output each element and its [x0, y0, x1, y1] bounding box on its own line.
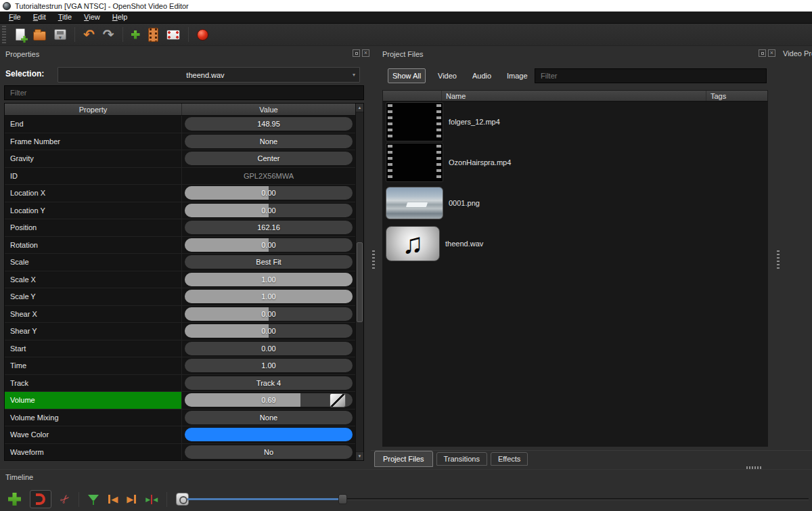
file-row-theend-wav[interactable]: ♫theend.wav — [382, 223, 768, 264]
property-row-time[interactable]: Time 1.00 — [5, 357, 363, 375]
menu-edit[interactable]: Edit — [27, 12, 52, 23]
column-header-tags[interactable]: Tags — [706, 91, 767, 101]
property-row-id[interactable]: ID GPL2X56MWA — [5, 168, 363, 185]
property-value-pill[interactable]: No — [185, 445, 353, 459]
tab-transitions[interactable]: Transitions — [436, 452, 487, 466]
property-row-frame-number[interactable]: Frame Number None — [5, 133, 363, 151]
filter-image-button[interactable]: Image — [503, 68, 532, 83]
properties-table-header[interactable]: Property Value — [5, 104, 363, 116]
property-value-cell[interactable]: 0.00 — [182, 237, 355, 254]
menu-view[interactable]: View — [78, 12, 106, 23]
undo-button[interactable]: ↶ — [83, 28, 95, 41]
property-value-cell[interactable]: 0.00 — [182, 202, 355, 219]
property-value-cell[interactable]: 0.69 — [182, 392, 355, 409]
property-row-scale[interactable]: Scale Best Fit — [5, 254, 363, 271]
property-value-pill[interactable]: Track 4 — [185, 376, 353, 390]
files-table-header[interactable]: Name Tags — [382, 90, 768, 102]
project-files-float-button[interactable] — [759, 49, 766, 57]
property-value-cell[interactable]: 148.95 — [182, 116, 355, 133]
property-value-pill[interactable]: 0.00 — [185, 324, 353, 338]
scrollbar-down-arrow[interactable]: ▼ — [356, 451, 363, 460]
property-value-pill[interactable]: 0.69 — [185, 393, 353, 407]
property-value-cell[interactable]: Track 4 — [182, 375, 355, 392]
column-header-thumbnail[interactable] — [383, 91, 442, 101]
wave-color-swatch[interactable] — [185, 428, 353, 441]
keyframe-interpolation-button[interactable] — [330, 393, 346, 407]
property-value-pill[interactable]: 1.00 — [185, 359, 353, 372]
property-value-pill[interactable]: Center — [185, 152, 353, 165]
scrollbar-thumb[interactable] — [357, 242, 363, 322]
file-row-0001-png[interactable]: 0001.png — [382, 183, 768, 223]
add-track-button[interactable] — [8, 493, 21, 506]
properties-filter-input[interactable] — [4, 85, 364, 100]
property-value-pill[interactable]: None — [185, 135, 353, 148]
property-row-shear-y[interactable]: Shear Y 0.00 — [5, 323, 363, 340]
property-row-position[interactable]: Position 162.16 — [5, 219, 363, 237]
property-row-waveform[interactable]: Waveform No — [5, 444, 363, 461]
property-value-cell[interactable]: 162.16 — [182, 219, 355, 236]
scrollbar-up-arrow[interactable]: ▲ — [356, 104, 363, 112]
razor-tool-button[interactable]: ✂ — [57, 491, 74, 508]
properties-scrollbar[interactable]: ▲ ▼ — [355, 104, 363, 460]
toolbar-grip-handle[interactable] — [2, 26, 6, 43]
splitter-handle-left[interactable] — [372, 250, 375, 269]
fullscreen-button[interactable] — [166, 30, 180, 40]
property-value-cell[interactable]: 1.00 — [182, 271, 355, 288]
properties-float-button[interactable] — [353, 49, 360, 57]
column-header-name[interactable]: Name — [442, 91, 706, 101]
property-row-volume[interactable]: Volume 0.69 — [5, 392, 363, 409]
selection-dropdown[interactable]: theend.wav ▾ — [58, 67, 360, 83]
project-files-filter-input[interactable] — [535, 68, 767, 83]
property-row-rotation[interactable]: Rotation 0.00 — [5, 237, 363, 254]
previous-marker-button[interactable]: ◀ — [108, 494, 118, 504]
property-value-pill[interactable]: 162.16 — [185, 221, 353, 234]
property-value-pill[interactable]: 148.95 — [185, 117, 353, 131]
property-row-scale-y[interactable]: Scale Y 1.00 — [5, 288, 363, 306]
property-value-cell[interactable]: None — [182, 409, 355, 426]
tab-effects[interactable]: Effects — [491, 452, 528, 466]
next-marker-button[interactable]: ▶ — [127, 494, 137, 504]
property-value-cell[interactable]: Center — [182, 150, 355, 167]
slider-handle[interactable] — [338, 494, 347, 504]
property-row-shear-x[interactable]: Shear X 0.00 — [5, 306, 363, 324]
property-row-track[interactable]: Track Track 4 — [5, 375, 363, 393]
property-value-pill[interactable]: 0.00 — [185, 342, 353, 355]
property-value-pill[interactable]: 0.00 — [185, 204, 353, 217]
property-value-cell[interactable]: None — [182, 133, 355, 150]
add-marker-button[interactable] — [88, 494, 99, 505]
column-header-value[interactable]: Value — [182, 104, 355, 115]
filter-show-all-button[interactable]: Show All — [388, 68, 426, 83]
property-value-cell[interactable]: GPL2X56MWA — [182, 168, 355, 185]
property-value-cell[interactable]: Best Fit — [182, 254, 355, 271]
property-value-cell[interactable] — [182, 426, 355, 443]
property-value-pill[interactable]: None — [185, 411, 353, 424]
new-project-button[interactable] — [16, 28, 25, 41]
property-value-cell[interactable]: No — [182, 444, 355, 461]
menu-title[interactable]: Title — [52, 12, 78, 23]
menu-help[interactable]: Help — [106, 12, 134, 23]
property-value-pill[interactable]: 1.00 — [185, 290, 353, 303]
property-value-pill[interactable]: 0.00 — [185, 238, 353, 252]
property-row-start[interactable]: Start 0.00 — [5, 340, 363, 358]
menu-file[interactable]: File — [3, 12, 27, 23]
property-row-location-x[interactable]: Location X 0.00 — [5, 185, 363, 202]
center-on-playhead-button[interactable]: ▶ ◀ — [145, 495, 158, 504]
property-value-cell[interactable]: 0.00 — [182, 185, 355, 202]
export-video-button[interactable] — [197, 29, 208, 41]
filter-audio-button[interactable]: Audio — [468, 68, 495, 83]
open-project-button[interactable] — [33, 31, 46, 41]
property-row-location-y[interactable]: Location Y 0.00 — [5, 202, 363, 220]
property-value-pill[interactable]: 0.00 — [185, 307, 353, 321]
property-row-end[interactable]: End 148.95 — [5, 116, 363, 133]
tab-project-files[interactable]: Project Files — [374, 451, 433, 467]
file-row-folgers-12-mp4[interactable]: folgers_12.mp4 — [382, 102, 768, 142]
file-row-ozonhairspra-mp4[interactable]: OzonHairspra.mp4 — [382, 142, 768, 183]
property-value-cell[interactable]: 0.00 — [182, 323, 355, 340]
choose-profile-button[interactable] — [148, 28, 158, 42]
property-row-wave-color[interactable]: Wave Color — [5, 426, 363, 444]
property-row-volume-mixing[interactable]: Volume Mixing None — [5, 409, 363, 427]
property-value-pill[interactable]: 0.00 — [185, 186, 353, 200]
project-files-close-button[interactable]: × — [768, 49, 775, 57]
property-value-pill[interactable]: Best Fit — [185, 255, 353, 269]
redo-button[interactable]: ↷ — [103, 28, 114, 41]
